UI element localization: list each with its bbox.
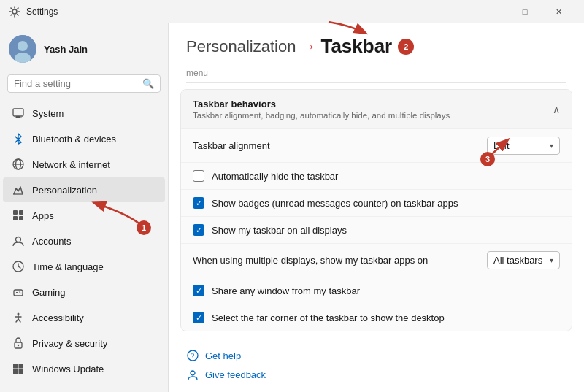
alignment-label: Taskbar alignment <box>193 140 480 151</box>
svg-rect-30 <box>19 364 24 369</box>
farcorner-checkbox[interactable] <box>193 312 204 323</box>
breadcrumb-parent: Personalization <box>186 37 296 56</box>
svg-point-20 <box>19 291 20 293</box>
network-icon <box>12 158 25 171</box>
search-input[interactable] <box>14 78 138 89</box>
sidebar-item-privacy[interactable]: Privacy & security <box>3 331 165 356</box>
get-help-icon: ? <box>186 349 199 362</box>
setting-row-farcorner: Select the far corner of the taskbar to … <box>181 304 572 331</box>
sidebar-nav: System Bluetooth & devices Network & int… <box>0 100 168 382</box>
section-subtitle: Taskbar alignment, badging, automaticall… <box>193 111 450 120</box>
user-profile[interactable]: Yash Jain <box>0 26 168 74</box>
maximize-button[interactable]: □ <box>508 0 542 23</box>
sidebar-label-windowsupdate: Windows Update <box>32 364 104 374</box>
close-button[interactable]: ✕ <box>542 0 575 23</box>
system-icon <box>12 107 25 120</box>
svg-point-28 <box>18 345 19 346</box>
sidebar-item-windowsupdate[interactable]: Windows Update <box>3 356 165 381</box>
window-body: Yash Jain 🔍 System Bl <box>0 23 584 392</box>
setting-row-alignment: Taskbar alignment Left ▾ <box>181 129 572 163</box>
sidebar: Yash Jain 🔍 System Bl <box>0 23 168 392</box>
sidebar-item-accounts[interactable]: Accounts <box>3 228 165 253</box>
setting-row-multipledisplay: When using multiple displays, show my ta… <box>181 244 572 277</box>
sharewindow-checkbox[interactable] <box>193 285 204 296</box>
step2-badge: 2 <box>398 39 414 55</box>
apps-icon <box>12 209 25 222</box>
sidebar-item-network[interactable]: Network & internet <box>3 152 165 177</box>
windowsupdate-icon <box>12 362 25 375</box>
give-feedback-icon <box>186 368 199 381</box>
menu-text: menu <box>169 66 584 82</box>
svg-rect-31 <box>13 369 18 374</box>
dropdown-arrow-icon: ▾ <box>550 142 553 150</box>
svg-rect-4 <box>13 109 23 116</box>
accessibility-icon <box>12 311 25 324</box>
svg-point-2 <box>18 41 28 51</box>
sidebar-label-accessibility: Accessibility <box>32 312 84 323</box>
setting-row-alldisplays: Show my taskbar on all displays <box>181 217 572 244</box>
svg-rect-11 <box>13 210 18 215</box>
get-help-label: Get help <box>205 350 241 361</box>
sidebar-label-gaming: Gaming <box>32 287 66 298</box>
sidebar-item-time[interactable]: Time & language <box>3 254 165 279</box>
svg-rect-12 <box>19 210 23 215</box>
farcorner-label: Select the far corner of the taskbar to … <box>212 312 560 323</box>
alldisplays-checkbox[interactable] <box>193 224 204 236</box>
sidebar-item-bluetooth[interactable]: Bluetooth & devices <box>3 126 165 151</box>
sidebar-label-personalization: Personalization <box>32 185 97 196</box>
taskbar-behaviors-section: Taskbar behaviors Taskbar alignment, bad… <box>180 89 572 331</box>
window-controls: ─ □ ✕ <box>474 0 575 23</box>
search-box[interactable]: 🔍 <box>7 74 161 93</box>
svg-point-35 <box>191 371 195 375</box>
autohide-label: Automatically hide the taskbar <box>212 171 560 182</box>
setting-row-badges: Show badges (unread messages counter) on… <box>181 190 572 217</box>
svg-rect-6 <box>15 118 22 118</box>
svg-rect-29 <box>13 364 18 369</box>
svg-point-22 <box>18 313 20 315</box>
give-feedback-label: Give feedback <box>205 369 266 380</box>
sidebar-item-apps[interactable]: Apps <box>3 203 165 228</box>
sidebar-item-system[interactable]: System <box>3 101 165 126</box>
get-help-link[interactable]: ? Get help <box>186 349 566 362</box>
dropdown-arrow-icon2: ▾ <box>550 256 553 264</box>
section-title: Taskbar behaviors <box>193 99 450 109</box>
privacy-icon <box>12 337 25 350</box>
footer-links: ? Get help Give feedback <box>169 337 584 392</box>
section-divider <box>186 82 566 83</box>
sidebar-label-network: Network & internet <box>32 159 110 170</box>
breadcrumb: Personalization → Taskbar 2 <box>186 35 566 58</box>
user-name: Yash Jain <box>44 44 88 55</box>
sidebar-label-time: Time & language <box>32 261 104 272</box>
autohide-checkbox[interactable] <box>193 170 204 182</box>
svg-rect-13 <box>13 216 18 220</box>
sidebar-item-gaming[interactable]: Gaming <box>3 280 165 304</box>
window-title: Settings <box>26 7 58 17</box>
give-feedback-link[interactable]: Give feedback <box>186 368 566 381</box>
sidebar-item-accessibility[interactable]: Accessibility <box>3 305 165 330</box>
sidebar-label-accounts: Accounts <box>32 236 71 247</box>
section-expand-icon[interactable]: ∧ <box>553 104 560 115</box>
sidebar-item-personalization[interactable]: Personalization <box>3 177 165 202</box>
alignment-value: Left <box>493 140 510 151</box>
svg-rect-32 <box>19 369 24 374</box>
personalization-icon <box>12 183 25 196</box>
svg-line-25 <box>16 319 18 322</box>
minimize-button[interactable]: ─ <box>474 0 508 23</box>
alignment-dropdown[interactable]: Left ▾ <box>487 137 560 155</box>
svg-point-21 <box>20 293 22 294</box>
accounts-icon <box>12 234 25 247</box>
badges-checkbox[interactable] <box>193 197 204 209</box>
gaming-icon <box>12 285 25 299</box>
search-icon: 🔍 <box>142 78 154 89</box>
title-bar-left: Settings <box>9 6 58 18</box>
multipledisplay-dropdown[interactable]: All taskbars ▾ <box>487 251 560 269</box>
alldisplays-label: Show my taskbar on all displays <box>212 225 560 236</box>
alignment-control: Left ▾ <box>487 137 560 155</box>
section-header: Taskbar behaviors Taskbar alignment, bad… <box>181 90 572 129</box>
svg-line-26 <box>18 319 20 322</box>
sidebar-label-bluetooth: Bluetooth & devices <box>32 134 116 145</box>
setting-row-autohide: Automatically hide the taskbar <box>181 163 572 190</box>
breadcrumb-current: Taskbar <box>320 35 392 58</box>
settings-app-icon <box>9 6 20 18</box>
sidebar-label-privacy: Privacy & security <box>32 338 107 349</box>
